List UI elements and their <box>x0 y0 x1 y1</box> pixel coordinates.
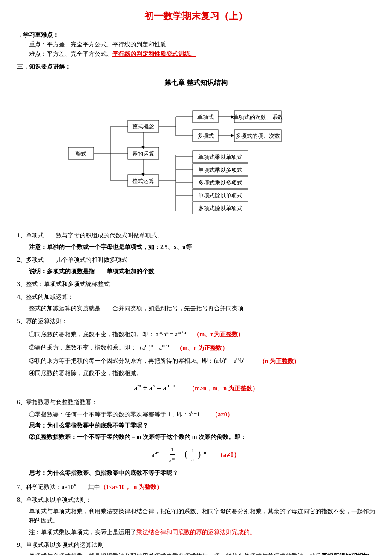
point-4-detail: 整式的加减运算的实质就是——合并同类项，如遇到括号，先去括号再合并同类项 <box>17 304 375 313</box>
division-formula-math: am ÷ an = am-n <box>134 382 175 394</box>
point-6: 6、零指数幂与负整数指数幂： ①零指数幂：任何一个不等于零的数的零次幂都等于 1… <box>17 398 375 478</box>
point-9-title: 9、单项式乘以多项式的运算法则 <box>17 541 375 550</box>
svg-text:整式: 整式 <box>75 150 86 157</box>
point-2: 2、多项式——几个单项式的和叫做多项式 说明：多项式的项数是指——单项式相加的个… <box>17 255 375 276</box>
svg-marker-26 <box>231 134 234 137</box>
neg-exp-fraction: 1 am <box>168 445 176 465</box>
neg-exp-paren: ( <box>184 449 187 459</box>
point-4-title: 4、整式的加减运算： <box>17 292 375 302</box>
rule-1: ①同底数的幂相乘，底数不变，指数相加。即： am·an = am+n （m、n为… <box>29 329 375 339</box>
rule-2-note: （m、n 为正整数） <box>170 344 228 351</box>
knowledge-header: 三．知识要点讲解： <box>17 62 375 72</box>
point-4: 4、整式的加减运算： 整式的加减运算的实质就是——合并同类项，如遇到括号，先去括… <box>17 292 375 313</box>
difficulty-label: 难点： <box>29 51 47 57</box>
focus-label: 重点： <box>29 41 47 48</box>
svg-text:多项式除以单项式: 多项式除以单项式 <box>198 205 242 211</box>
focus-content: 平方差、完全平方公式、平行线的判定和性质 <box>47 41 166 48</box>
fraction2-denominator: a <box>190 455 195 464</box>
point-1-note: 注意：单独的一个数或一个字母也是单项式，如：2.5、x、π等 <box>17 243 375 252</box>
point-6-title: 6、零指数幂与负整数指数幂： <box>17 398 375 407</box>
neg-exp-left: a-m = <box>152 451 167 458</box>
rule-3-note: （n 为正整数） <box>247 358 300 364</box>
svg-text:单项式除以单项式: 单项式除以单项式 <box>198 192 242 199</box>
point-7: 7、科学记数法：a×10n 其中（1<a<10， n 为整数） <box>17 481 375 492</box>
rule-1-formula: am·an = am+n <box>156 329 186 339</box>
division-formula: am ÷ an = am-n （m>n，m、n 为正整数） <box>17 382 375 394</box>
point-1-title: 1、单项式——数与字母的积组成的代数式叫做单项式。 <box>17 231 375 240</box>
svg-text:单项式: 单项式 <box>197 114 214 120</box>
svg-text:整式概念: 整式概念 <box>132 123 154 130</box>
svg-text:多项式的项、次数: 多项式的项、次数 <box>236 133 280 139</box>
knowledge-section: 三．知识要点讲解： <box>17 62 375 72</box>
neg-exp-equals: = <box>179 451 184 458</box>
point-6-think2: 思考：为什么零指数幂、负指数幂中的底数不等于零呢？ <box>17 468 375 478</box>
diagram-svg: 整式 整式概念 幂的运算 整式运算 单项式 单项式的次数、系数 多项式 <box>64 92 328 224</box>
fraction2-numerator: 1 <box>190 446 196 456</box>
point-8-detail: 单项式与单项式相乘，利用乘法交换律和结合律，把它们的系数、相同字母的幂分别相乘，… <box>17 507 375 526</box>
learning-section: ．学习重难点： 重点：平方差、完全平方公式、平行线的判定和性质 难点：平方差、完… <box>17 30 375 59</box>
svg-text:单项式的次数、系数: 单项式的次数、系数 <box>233 114 283 120</box>
point-1: 1、单项式——数与字母的积组成的代数式叫做单项式。 注意：单独的一个数或一个字母… <box>17 231 375 252</box>
rule-4-text: ④同底数的幂相除，底数不变，指数相减。 <box>29 370 142 376</box>
point-5-title: 5、幂的运算法则： <box>17 317 375 326</box>
point-2-title: 2、多项式——几个单项式的和叫做多项式 <box>17 255 375 265</box>
focus-line: 重点：平方差、完全平方公式、平行线的判定和性质 <box>17 40 375 49</box>
point-3: 3、整式：单项式和多项式统称整式 <box>17 280 375 289</box>
division-formula-note: （m>n，m、n 为正整数） <box>177 385 258 392</box>
point-6-sub2: ②负整数指数幂：一个不等于零的数的－m 次幂等于这个数的 m 次幂的倒数。即： <box>17 433 375 442</box>
difficulty-line: 难点：平方差、完全平方公式、平行线的判定和性质变式训练。 <box>17 49 375 59</box>
svg-text:单项式乘以多项式: 单项式乘以多项式 <box>198 167 242 173</box>
point-5: 5、幂的运算法则： ①同底数的幂相乘，底数不变，指数相加。即： am·an = … <box>17 317 375 394</box>
rule-3: ③积的乘方等于把积的每一个因式分别乘方，再把所得的幂相乘。即：(a·b)n = … <box>29 356 375 366</box>
point-3-title: 3、整式：单项式和多项式统称整式 <box>17 280 375 289</box>
point-9: 9、单项式乘以多项式的运算法则 单项式与多项式相乘，就是根据乘法分配律用单项式去… <box>17 541 375 555</box>
svg-text:整式运算: 整式运算 <box>132 178 154 184</box>
rule-2: ②幂的乘方，底数不变，指数相乘。即：（am)n = am·n （m、n 为正整数… <box>29 342 375 353</box>
rule-1-note: （m、n为正整数） <box>187 331 243 338</box>
rule-3-text: ③积的乘方等于把积的每一个因式分别乘方，再把所得的幂相乘。即：(a·b)n = … <box>29 358 245 364</box>
neg-exp-paren2: ) <box>198 449 201 459</box>
point-8-note: 注：单项式乘以单项式，实际上是运用了乘法结合律和同底数的幂的运算法则完成的。 <box>17 528 375 537</box>
chapter-title: 第七章 整式知识结构 <box>17 77 375 88</box>
fraction-denominator: am <box>168 455 176 465</box>
point-8-title: 8、单项式乘以单项式法则： <box>17 495 375 505</box>
svg-text:幂的运算: 幂的运算 <box>132 150 154 157</box>
negative-exp-formula: a-m = 1 am = ( 1 a ) m （a≠0） <box>17 445 375 465</box>
point-9-detail: 单项式与多项式相乘，就是根据乘法分配律用单项式去乘多项式的每一项，转化为单项式与… <box>17 552 375 555</box>
svg-text:单项式乘以单项式: 单项式乘以单项式 <box>198 154 242 160</box>
learning-header: ．学习重难点： <box>17 30 375 40</box>
difficulty-red: 平行线的判定和性质变式训练。 <box>112 51 196 57</box>
neg-exp-fraction2: 1 a <box>190 446 196 465</box>
point-2-note: 说明：多项式的项数是指——单项式相加的个数 <box>17 267 375 276</box>
difficulty-content: 平方差、完全平方公式、 <box>47 51 112 57</box>
point-7-title: 7、科学记数法：a×10n 其中（1<a<10， n 为整数） <box>17 481 375 492</box>
point-8: 8、单项式乘以单项式法则： 单项式与单项式相乘，利用乘法交换律和结合律，把它们的… <box>17 495 375 537</box>
svg-text:多项式: 多项式 <box>197 133 214 139</box>
neg-exp-power: m <box>202 450 206 455</box>
rule-1-text: ①同底数的幂相乘，底数不变，指数相加。即： <box>29 331 154 338</box>
page-title: 初一数学期末复习（上） <box>17 9 375 23</box>
svg-text:多项式乘以多项式: 多项式乘以多项式 <box>198 179 242 186</box>
point-6-sub1: ①零指数幂：任何一个不等于零的数的零次幂都等于 1，即：a0=1 （a≠0） <box>17 409 375 419</box>
point-6-think1: 思考：为什么零指数幂中的底数不等于零呢？ <box>17 421 375 431</box>
rule-2-text: ②幂的乘方，底数不变，指数相乘。即：（am)n = am·n <box>29 344 169 351</box>
fraction-numerator: 1 <box>170 445 175 455</box>
knowledge-diagram: 整式 整式概念 幂的运算 整式运算 单项式 单项式的次数、系数 多项式 <box>64 92 328 224</box>
neg-exp-condition: （a≠0） <box>216 451 241 458</box>
rule-4: ④同底数的幂相除，底数不变，指数相减。 <box>29 369 375 378</box>
